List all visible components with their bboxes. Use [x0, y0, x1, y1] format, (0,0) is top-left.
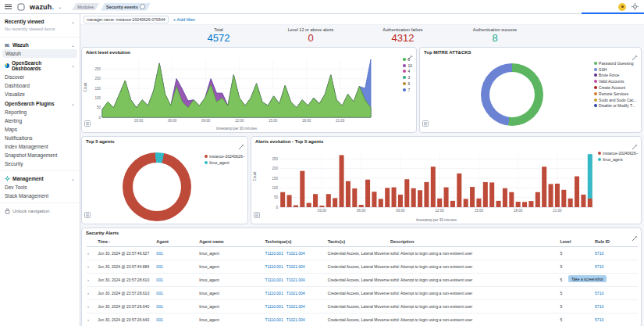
- col-agent-name[interactable]: Agent name: [198, 237, 264, 247]
- agents-donut-chart[interactable]: [123, 152, 191, 221]
- col-techniques[interactable]: Technique(s): [265, 237, 327, 247]
- chevron-down-icon[interactable]: ⌄: [71, 63, 75, 68]
- rule-id-link[interactable]: 5710: [595, 251, 603, 256]
- chevron-down-icon[interactable]: ⌄: [71, 102, 75, 106]
- stat-value[interactable]: 0: [265, 32, 357, 44]
- legend-item[interactable]: Remote Services: [594, 91, 637, 96]
- expand-row-icon[interactable]: ›: [87, 264, 89, 269]
- sidebar-item-wazuh[interactable]: Wazuh: [2, 49, 77, 58]
- legend-item[interactable]: Brute Force: [594, 73, 637, 77]
- table-row[interactable]: ›Jun 30, 2024 @ 23:57:46.627001linux_age…: [87, 247, 638, 260]
- agent-link[interactable]: 001: [156, 264, 162, 269]
- sidebar-item-notifications[interactable]: Notifications: [0, 134, 80, 142]
- legend-item[interactable]: instance-20240626--: [598, 151, 639, 156]
- agent-link[interactable]: 001: [156, 304, 162, 309]
- agent-link[interactable]: 001: [156, 278, 162, 282]
- legend-item[interactable]: 4: [403, 69, 412, 73]
- gear-icon[interactable]: [630, 2, 639, 12]
- sidebar-item-discover[interactable]: Discover: [0, 73, 80, 81]
- legend-item[interactable]: Password Guessing: [594, 61, 637, 66]
- table-row[interactable]: ›Jun 30, 2024 @ 23:57:44.886001linux_age…: [87, 260, 638, 274]
- sort-desc-icon[interactable]: ↓: [109, 239, 111, 244]
- stat-value[interactable]: 8: [449, 32, 541, 44]
- mitre-donut-chart[interactable]: [481, 63, 543, 126]
- stat-value[interactable]: 4312: [357, 32, 449, 44]
- rule-id-link[interactable]: 5710: [595, 317, 603, 322]
- legend-item[interactable]: 10: [403, 63, 412, 68]
- expand-row-icon[interactable]: ›: [87, 317, 89, 322]
- menu-icon[interactable]: [3, 2, 12, 12]
- expand-row-icon[interactable]: ›: [87, 291, 89, 296]
- legend-item[interactable]: 7: [403, 88, 412, 92]
- legend-item[interactable]: Disable or Modify T...: [594, 103, 637, 108]
- technique-link[interactable]: T1021.004: [286, 251, 305, 256]
- sidebar-item-visualize[interactable]: Visualize: [0, 90, 80, 99]
- legend-item[interactable]: 6: [403, 81, 412, 86]
- col-level[interactable]: Level: [559, 237, 594, 247]
- legend-item[interactable]: 3: [403, 75, 412, 80]
- sidebar-section-wazuh[interactable]: W. Wazuh ⌄: [0, 40, 80, 49]
- sidebar-item-alerting[interactable]: Alerting: [0, 116, 80, 125]
- sidebar-section-management[interactable]: Management ⌄: [0, 174, 80, 183]
- home-icon[interactable]: [16, 2, 26, 12]
- table-row[interactable]: ›Jun 30, 2024 @ 23:57:26.640001linux_age…: [87, 313, 638, 326]
- legend-toggle-icon[interactable]: [254, 207, 260, 221]
- col-description[interactable]: Description: [390, 237, 559, 247]
- expand-row-icon[interactable]: ›: [87, 251, 89, 256]
- technique-link[interactable]: T1110.001: [265, 278, 283, 282]
- table-row[interactable]: ›Jun 30, 2024 @ 23:57:28.610001linux_age…: [87, 274, 638, 287]
- sidebar-item-stack-management[interactable]: Stack Management: [0, 192, 80, 200]
- technique-link[interactable]: T1110.001: [265, 304, 283, 309]
- rule-id-link[interactable]: 5710: [595, 264, 603, 269]
- stat-value[interactable]: 4572: [173, 32, 265, 44]
- technique-link[interactable]: T1021.004: [286, 264, 305, 269]
- sidebar-section-recently-viewed[interactable]: Recently viewed ⌄: [0, 16, 80, 26]
- user-avatar[interactable]: [618, 3, 626, 11]
- legend-item[interactable]: Valid Accounts: [594, 79, 637, 84]
- sidebar-item-security[interactable]: Security: [0, 159, 80, 168]
- technique-link[interactable]: T1021.004: [286, 304, 305, 309]
- sidebar-item-dashboard[interactable]: Dashboard: [0, 81, 80, 90]
- expand-row-icon[interactable]: ›: [87, 278, 89, 282]
- add-filter-button[interactable]: + Add filter: [173, 17, 196, 22]
- sidebar-item-maps[interactable]: Maps: [0, 125, 80, 134]
- legend-item[interactable]: instance-20240626--: [205, 154, 245, 159]
- technique-link[interactable]: T1110.001: [265, 264, 283, 269]
- technique-link[interactable]: T1110.001: [265, 317, 283, 322]
- sidebar-item-snapshot-management[interactable]: Snapshot Management: [0, 151, 80, 159]
- chevron-down-icon[interactable]: ⌄: [71, 177, 75, 181]
- chevron-down-icon[interactable]: ⌄: [71, 20, 75, 24]
- technique-link[interactable]: T1021.004: [286, 317, 305, 322]
- technique-link[interactable]: T1110.001: [265, 291, 283, 296]
- unlock-navigation-button[interactable]: Unlock navigation: [0, 206, 80, 217]
- legend-item[interactable]: 5: [403, 57, 412, 62]
- sidebar-item-index-management[interactable]: Index Management: [0, 142, 80, 151]
- chevron-down-icon[interactable]: ⌄: [71, 43, 75, 48]
- sidebar-section-opensearch-dashboards[interactable]: OpenSearch Dashboards ⌄: [0, 58, 80, 73]
- edit-panel-icon[interactable]: [238, 139, 244, 153]
- legend-item[interactable]: SSH: [594, 67, 637, 72]
- rule-id-link[interactable]: 5710: [595, 304, 603, 309]
- sidebar-section-opensearch-plugins[interactable]: OpenSearch Plugins ⌄: [0, 99, 80, 108]
- pin-filter-icon[interactable]: [140, 4, 145, 9]
- breadcrumb-modules[interactable]: Modules: [72, 3, 99, 10]
- legend-toggle-icon[interactable]: [84, 207, 91, 221]
- agent-link[interactable]: 001: [156, 251, 162, 256]
- expand-row-icon[interactable]: ›: [87, 304, 89, 309]
- technique-link[interactable]: T1021.004: [286, 278, 305, 282]
- table-row[interactable]: ›Jun 30, 2024 @ 23:57:26.640001linux_age…: [87, 300, 638, 313]
- technique-link[interactable]: T1021.004: [286, 291, 305, 296]
- agent-link[interactable]: 001: [156, 291, 162, 296]
- breadcrumb-security-events[interactable]: Security events: [101, 3, 151, 11]
- sidebar-item-dev-tools[interactable]: Dev Tools: [0, 183, 80, 192]
- wazuh-logo[interactable]: wazuh.: [30, 3, 54, 11]
- legend-toggle-icon[interactable]: [422, 116, 429, 130]
- legend-item[interactable]: linux_agent: [205, 160, 245, 165]
- rule-id-link[interactable]: 5710: [595, 291, 603, 296]
- take-screenshot-button[interactable]: Take a screenshot: [568, 275, 607, 282]
- chevron-down-icon[interactable]: ⌄: [58, 5, 62, 9]
- table-row[interactable]: ›Jun 30, 2024 @ 23:57:28.610001linux_age…: [87, 287, 638, 300]
- legend-item[interactable]: Sudo and Sudo Cac...: [594, 98, 637, 102]
- legend-item[interactable]: linux_agent: [598, 157, 639, 162]
- col-time[interactable]: Time↓: [97, 237, 155, 247]
